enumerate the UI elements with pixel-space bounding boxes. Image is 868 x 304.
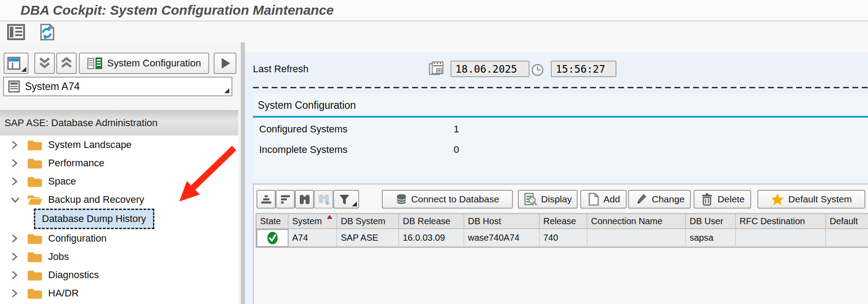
chevron-right-icon[interactable] <box>10 270 21 280</box>
open-folder-icon <box>27 193 44 206</box>
tree-folder-label: Jobs <box>48 251 69 263</box>
panel-splitter[interactable] <box>241 42 245 304</box>
column-header-release[interactable]: Release <box>540 214 587 229</box>
system-selector-field[interactable]: System A74 <box>3 77 232 96</box>
grid-data-row[interactable]: A74SAP ASE16.0.03.09wase740A74740sapsa <box>256 229 868 247</box>
cell-db-host[interactable]: wase740A74 <box>464 229 540 247</box>
cell-system[interactable]: A74 <box>289 229 337 247</box>
column-header-rfc-destination[interactable]: RFC Destination <box>736 214 826 229</box>
filter-button[interactable] <box>333 190 359 209</box>
find-next-icon <box>317 193 331 205</box>
tree-item-database-dump-history[interactable]: Database Dump History <box>0 209 238 229</box>
folder-icon <box>27 287 44 300</box>
tree-folder-label: System Landscape <box>48 139 132 151</box>
system-selector-value: System A74 <box>25 81 80 93</box>
time-field[interactable]: 15:56:27 <box>551 61 616 77</box>
column-header-db-release[interactable]: DB Release <box>399 214 464 229</box>
main-panel: Last Refresh 12 18.06.2025 15:56:27 <box>245 42 868 304</box>
tree-folder-backup-and-recovery[interactable]: Backup and Recovery <box>0 190 238 209</box>
cell-db-system[interactable]: SAP ASE <box>337 229 399 247</box>
double-chevron-up-icon <box>60 57 73 70</box>
display-icon <box>524 193 537 206</box>
sort-descending-button[interactable] <box>276 190 295 209</box>
group-title: System Configuration <box>258 99 356 111</box>
tree-folder-space[interactable]: Space <box>0 172 238 190</box>
tree-folder-label: Space <box>48 176 76 187</box>
expand-all-button[interactable] <box>56 53 77 74</box>
column-header-db-host[interactable]: DB Host <box>464 214 540 229</box>
column-header-state[interactable]: State <box>256 214 289 229</box>
refresh-icon[interactable] <box>37 23 56 41</box>
menu-corner-icon <box>21 67 26 72</box>
tree-folder-label: Diagnostics <box>48 269 99 281</box>
folder-icon <box>27 138 44 152</box>
column-header-db-system[interactable]: DB System <box>337 214 399 229</box>
find-next-button <box>314 190 333 209</box>
folder-icon <box>27 268 44 282</box>
cell-connection-name[interactable] <box>587 229 686 247</box>
find-icon <box>298 193 311 205</box>
chevron-right-icon[interactable] <box>10 176 21 187</box>
view-switch-button[interactable]: System Configuration <box>79 53 209 74</box>
cell-default[interactable] <box>826 229 868 247</box>
tree-folder-diagnostics[interactable]: Diagnostics <box>0 266 238 284</box>
tree-item-label: Database Dump History <box>42 213 146 225</box>
column-header-system[interactable]: System <box>289 214 337 229</box>
clock-icon[interactable] <box>531 63 544 78</box>
sort-ascending-button[interactable] <box>256 190 276 209</box>
folder-icon <box>27 232 44 245</box>
cell-db-user[interactable]: sapsa <box>686 229 736 247</box>
star-icon <box>771 193 784 206</box>
system-configuration-icon <box>87 57 103 70</box>
tree-folder-system-landscape[interactable]: System Landscape <box>0 136 238 154</box>
tree-item-selection-box[interactable]: Database Dump History <box>34 209 154 229</box>
collapse-all-button[interactable] <box>34 53 55 74</box>
cell-db-release[interactable]: 16.0.03.09 <box>399 229 464 247</box>
row-state-cell[interactable] <box>256 229 289 247</box>
delete-button[interactable]: Delete <box>694 190 751 209</box>
incomplete-systems-label: Incomplete Systems <box>259 144 347 156</box>
double-chevron-down-icon <box>38 57 51 70</box>
default-system-button[interactable]: Default System <box>757 190 865 209</box>
chevron-right-icon[interactable] <box>10 140 21 150</box>
title-bar: DBA Cockpit: System Configuration Mainte… <box>0 0 868 21</box>
sort-ascending-icon <box>260 193 273 205</box>
page-title: DBA Cockpit: System Configuration Mainte… <box>21 3 334 18</box>
filter-icon <box>338 193 351 205</box>
chevron-right-icon[interactable] <box>10 158 21 168</box>
chevron-down-icon[interactable] <box>10 195 21 204</box>
tree-display-icon[interactable] <box>6 23 26 41</box>
last-refresh-label: Last Refresh <box>253 63 309 75</box>
connect-to-database-button[interactable]: Connect to Database <box>382 190 513 209</box>
configured-systems-label: Configured Systems <box>259 123 347 135</box>
column-header-db-user[interactable]: DB User <box>686 214 736 229</box>
display-button[interactable]: Display <box>518 190 578 209</box>
cell-rfc-destination[interactable] <box>736 229 826 247</box>
folder-icon <box>27 156 44 170</box>
change-button[interactable]: Change <box>628 190 691 209</box>
date-field[interactable]: 18.06.2025 <box>451 61 529 77</box>
resize-grip-icon[interactable] <box>224 88 229 93</box>
trash-icon <box>700 193 714 206</box>
chevron-right-icon[interactable] <box>10 233 21 244</box>
play-icon <box>219 57 231 70</box>
folder-icon <box>27 250 44 263</box>
new-page-icon <box>587 193 599 206</box>
calendar-icon[interactable]: 12 <box>428 61 444 78</box>
tree-folder-jobs[interactable]: Jobs <box>0 247 238 266</box>
system-icon <box>8 80 20 93</box>
expand-tray-button[interactable] <box>214 53 236 74</box>
tree-folder-ha-dr[interactable]: HA/DR <box>0 284 238 302</box>
find-button[interactable] <box>295 190 314 209</box>
chevron-right-icon[interactable] <box>10 288 21 299</box>
incomplete-systems-value: 0 <box>454 144 459 156</box>
column-header-connection-name[interactable]: Connection Name <box>587 214 686 229</box>
chevron-right-icon[interactable] <box>10 251 21 262</box>
tree-folder-performance[interactable]: Performance <box>0 154 238 172</box>
layout-toggle-button[interactable] <box>4 53 29 74</box>
column-header-default[interactable]: Default <box>826 214 868 229</box>
add-button[interactable]: Add <box>580 190 627 209</box>
pencil-icon <box>634 193 648 206</box>
tree-folder-configuration[interactable]: Configuration <box>0 229 238 247</box>
cell-release[interactable]: 740 <box>540 229 587 247</box>
